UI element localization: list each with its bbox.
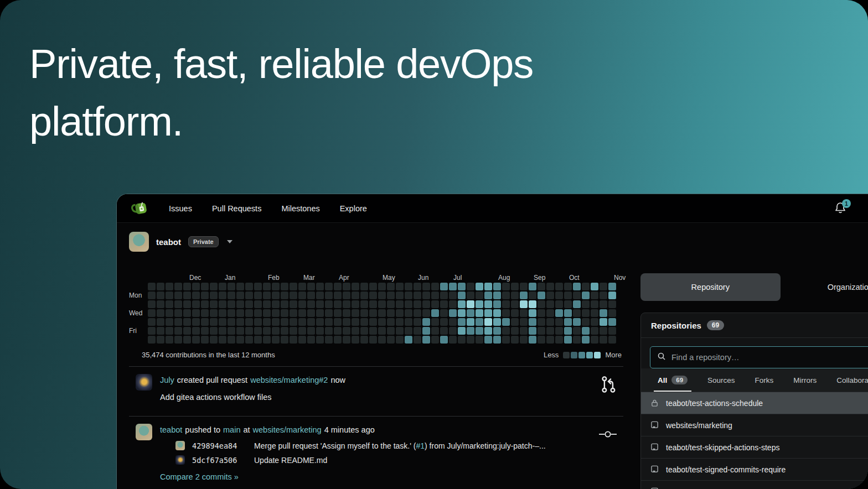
contribution-cell xyxy=(369,300,377,308)
contribution-cell xyxy=(360,327,368,335)
month-label: Dec xyxy=(189,274,201,282)
filter-collaborative[interactable]: Collaborative xyxy=(836,368,868,392)
repo-row[interactable]: websites/marketing xyxy=(641,414,868,436)
legend-swatch xyxy=(594,352,601,358)
contribution-cell xyxy=(334,327,342,335)
contribution-cell xyxy=(166,309,173,317)
sidebar-tabs: Repository Organization xyxy=(640,273,868,301)
contribution-cell xyxy=(307,300,315,308)
contribution-cell xyxy=(555,283,563,290)
contributions-total: 35,474 contributions in the last 12 mont… xyxy=(142,351,275,359)
filter-mirrors[interactable]: Mirrors xyxy=(793,368,817,392)
month-label: Jul xyxy=(453,274,462,282)
search-box[interactable] xyxy=(650,346,868,368)
contribution-cell xyxy=(546,327,554,335)
issue-ref-link[interactable]: #1 xyxy=(416,441,425,450)
teabot-avatar[interactable] xyxy=(129,232,149,252)
contribution-cell xyxy=(343,300,350,308)
july-avatar[interactable] xyxy=(136,374,152,391)
contribution-cell xyxy=(484,318,492,326)
contribution-cell xyxy=(183,300,191,308)
contribution-cell xyxy=(263,318,271,326)
contribution-cell xyxy=(166,300,173,308)
nav-item-explore[interactable]: Explore xyxy=(340,204,367,213)
contribution-cell xyxy=(183,309,191,317)
repo-row[interactable]: teabot/test-skipped-actions-steps xyxy=(641,436,868,459)
contribution-cell xyxy=(166,283,173,290)
search-input[interactable] xyxy=(671,353,868,362)
contribution-cell xyxy=(573,292,581,299)
pull-request-title: Add gitea actions workflow files xyxy=(160,393,590,402)
contribution-cell xyxy=(564,309,572,317)
contribution-cell xyxy=(378,309,386,317)
pull-request-link[interactable]: websites/marketing#2 xyxy=(250,376,328,384)
timestamp: 4 minutes ago xyxy=(324,425,375,434)
actor-link[interactable]: teabot xyxy=(160,425,182,434)
contribution-cell xyxy=(493,292,501,299)
contribution-cell xyxy=(352,309,359,317)
contribution-cell xyxy=(192,292,200,299)
notifications-bell-icon[interactable]: 1 xyxy=(834,201,849,216)
contribution-cell xyxy=(263,327,271,335)
contribution-cell xyxy=(325,300,333,308)
contribution-cell xyxy=(600,309,607,317)
contribution-cell xyxy=(316,309,324,317)
contribution-cell xyxy=(449,283,457,290)
repo-row[interactable]: teabot/test-signed-commits-require xyxy=(641,459,868,481)
action-text: at xyxy=(243,425,250,434)
username[interactable]: teabot xyxy=(156,237,181,247)
contribution-cell xyxy=(236,283,244,290)
contribution-cell xyxy=(458,283,466,290)
actor-link[interactable]: July xyxy=(160,376,174,384)
contribution-cell xyxy=(307,327,315,335)
compare-commits-link[interactable]: Compare 2 commits » xyxy=(160,472,239,481)
contribution-cell xyxy=(157,318,164,326)
commit-hash-link[interactable]: 5dcf67a506 xyxy=(192,456,247,465)
contribution-cell xyxy=(476,300,483,308)
gitea-logo-icon[interactable] xyxy=(131,200,149,217)
contribution-grid xyxy=(148,283,616,344)
contribution-cell xyxy=(529,327,536,335)
contribution-cell xyxy=(157,327,164,335)
contribution-cell xyxy=(201,309,209,317)
nav-item-pull-requests[interactable]: Pull Requests xyxy=(212,204,261,213)
nav-item-issues[interactable]: Issues xyxy=(169,204,192,213)
filter-sources[interactable]: Sources xyxy=(707,368,735,392)
repo-row[interactable] xyxy=(641,481,868,489)
heatmap-legend: Less More xyxy=(544,351,622,359)
commit-hash-link[interactable]: 429894ea84 xyxy=(192,441,247,450)
contribution-cell xyxy=(192,309,200,317)
repo-icon xyxy=(650,443,659,451)
filter-label: All xyxy=(658,376,667,384)
page-title-line1: Private, fast, reliable devOps xyxy=(29,35,533,93)
contribution-cell xyxy=(440,309,448,317)
contribution-cell xyxy=(387,336,395,344)
contribution-cell xyxy=(219,292,226,299)
main-column: Dec Jan Feb Mar Apr May Jun Jul Aug Sep … xyxy=(129,261,629,488)
branch-link[interactable]: main xyxy=(223,425,240,434)
contribution-cell xyxy=(573,318,581,326)
contribution-cell xyxy=(316,292,324,299)
contribution-cell xyxy=(529,283,536,290)
contribution-cell xyxy=(263,300,271,308)
contribution-cell xyxy=(502,309,510,317)
teabot-avatar[interactable] xyxy=(136,424,152,440)
tab-repository[interactable]: Repository xyxy=(640,273,781,301)
contribution-cell xyxy=(449,318,457,326)
contribution-cell xyxy=(555,327,563,335)
chevron-down-icon[interactable] xyxy=(227,240,232,243)
contribution-cell xyxy=(405,283,412,290)
repo-link[interactable]: websites/marketing xyxy=(253,425,322,434)
tab-organization[interactable]: Organization xyxy=(781,273,868,301)
nav-item-milestones[interactable]: Milestones xyxy=(281,204,319,213)
contribution-cell xyxy=(396,309,404,317)
contribution-cell xyxy=(201,283,209,290)
filter-all[interactable]: All 69 xyxy=(658,368,688,392)
contribution-cell xyxy=(236,327,244,335)
filter-forks[interactable]: Forks xyxy=(755,368,774,392)
repo-row[interactable]: teabot/test-actions-schedule xyxy=(641,392,868,414)
contribution-cell xyxy=(405,300,412,308)
contribution-cell xyxy=(166,336,173,344)
contribution-cell xyxy=(431,283,439,290)
contribution-cell xyxy=(555,292,563,299)
